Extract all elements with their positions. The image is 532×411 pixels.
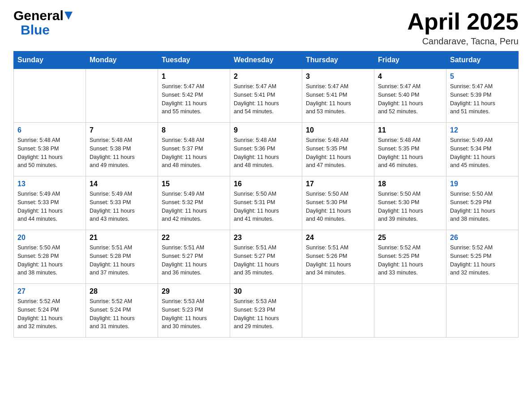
calendar-cell: 4Sunrise: 5:47 AM Sunset: 5:40 PM Daylig… <box>374 69 446 123</box>
calendar-cell: 18Sunrise: 5:50 AM Sunset: 5:30 PM Dayli… <box>374 176 446 230</box>
day-number: 23 <box>234 234 298 242</box>
day-info: Sunrise: 5:48 AM Sunset: 5:35 PM Dayligh… <box>378 136 442 170</box>
header-day-saturday: Saturday <box>446 51 519 69</box>
day-number: 28 <box>90 287 154 295</box>
calendar-table: SundayMondayTuesdayWednesdayThursdayFrid… <box>13 51 519 338</box>
calendar-cell: 24Sunrise: 5:51 AM Sunset: 5:26 PM Dayli… <box>302 230 374 284</box>
calendar-cell: 14Sunrise: 5:49 AM Sunset: 5:33 PM Dayli… <box>86 176 158 230</box>
day-info: Sunrise: 5:53 AM Sunset: 5:23 PM Dayligh… <box>234 297 298 331</box>
week-row-1: 1Sunrise: 5:47 AM Sunset: 5:42 PM Daylig… <box>14 69 519 123</box>
page-header: General Blue April 2025 Candarave, Tacna… <box>13 9 519 47</box>
calendar-cell <box>302 284 374 338</box>
calendar-cell: 19Sunrise: 5:50 AM Sunset: 5:29 PM Dayli… <box>446 176 519 230</box>
calendar-cell: 20Sunrise: 5:50 AM Sunset: 5:28 PM Dayli… <box>14 230 86 284</box>
day-info: Sunrise: 5:49 AM Sunset: 5:32 PM Dayligh… <box>162 190 226 223</box>
day-info: Sunrise: 5:48 AM Sunset: 5:38 PM Dayligh… <box>17 136 82 170</box>
day-info: Sunrise: 5:50 AM Sunset: 5:28 PM Dayligh… <box>17 244 82 277</box>
header-day-thursday: Thursday <box>302 51 374 69</box>
day-info: Sunrise: 5:50 AM Sunset: 5:29 PM Dayligh… <box>450 190 515 223</box>
calendar-cell: 8Sunrise: 5:48 AM Sunset: 5:37 PM Daylig… <box>158 123 230 176</box>
day-number: 13 <box>17 180 82 188</box>
calendar-cell: 26Sunrise: 5:52 AM Sunset: 5:25 PM Dayli… <box>446 230 519 284</box>
calendar-subtitle: Candarave, Tacna, Peru <box>407 36 519 47</box>
header-day-wednesday: Wednesday <box>230 51 302 69</box>
calendar-cell <box>446 284 519 338</box>
calendar-cell <box>374 284 446 338</box>
day-info: Sunrise: 5:47 AM Sunset: 5:42 PM Dayligh… <box>162 82 226 116</box>
calendar-cell: 2Sunrise: 5:47 AM Sunset: 5:41 PM Daylig… <box>230 69 302 123</box>
calendar-cell: 23Sunrise: 5:51 AM Sunset: 5:27 PM Dayli… <box>230 230 302 284</box>
calendar-cell <box>86 69 158 123</box>
calendar-cell: 9Sunrise: 5:48 AM Sunset: 5:36 PM Daylig… <box>230 123 302 176</box>
calendar-cell: 11Sunrise: 5:48 AM Sunset: 5:35 PM Dayli… <box>374 123 446 176</box>
calendar-cell: 30Sunrise: 5:53 AM Sunset: 5:23 PM Dayli… <box>230 284 302 338</box>
calendar-cell: 7Sunrise: 5:48 AM Sunset: 5:38 PM Daylig… <box>86 123 158 176</box>
day-info: Sunrise: 5:51 AM Sunset: 5:27 PM Dayligh… <box>162 244 226 277</box>
header-row: SundayMondayTuesdayWednesdayThursdayFrid… <box>14 51 519 69</box>
day-info: Sunrise: 5:47 AM Sunset: 5:41 PM Dayligh… <box>306 82 370 116</box>
calendar-cell: 27Sunrise: 5:52 AM Sunset: 5:24 PM Dayli… <box>14 284 86 338</box>
day-info: Sunrise: 5:49 AM Sunset: 5:33 PM Dayligh… <box>17 190 82 223</box>
calendar-cell: 6Sunrise: 5:48 AM Sunset: 5:38 PM Daylig… <box>14 123 86 176</box>
day-info: Sunrise: 5:51 AM Sunset: 5:28 PM Dayligh… <box>90 244 154 277</box>
day-number: 5 <box>450 73 515 81</box>
calendar-cell: 22Sunrise: 5:51 AM Sunset: 5:27 PM Dayli… <box>158 230 230 284</box>
day-info: Sunrise: 5:50 AM Sunset: 5:31 PM Dayligh… <box>234 190 298 223</box>
calendar-cell: 10Sunrise: 5:48 AM Sunset: 5:35 PM Dayli… <box>302 123 374 176</box>
day-number: 25 <box>378 234 442 242</box>
logo-arrow-icon <box>64 12 73 20</box>
day-number: 19 <box>450 180 515 188</box>
header-day-tuesday: Tuesday <box>158 51 230 69</box>
calendar-cell: 28Sunrise: 5:52 AM Sunset: 5:24 PM Dayli… <box>86 284 158 338</box>
calendar-cell: 13Sunrise: 5:49 AM Sunset: 5:33 PM Dayli… <box>14 176 86 230</box>
day-info: Sunrise: 5:50 AM Sunset: 5:30 PM Dayligh… <box>306 190 370 223</box>
calendar-cell: 15Sunrise: 5:49 AM Sunset: 5:32 PM Dayli… <box>158 176 230 230</box>
day-number: 1 <box>162 73 226 81</box>
day-info: Sunrise: 5:52 AM Sunset: 5:25 PM Dayligh… <box>378 244 442 277</box>
day-number: 26 <box>450 234 515 242</box>
day-number: 14 <box>90 180 154 188</box>
day-number: 4 <box>378 73 442 81</box>
day-number: 16 <box>234 180 298 188</box>
calendar-cell: 1Sunrise: 5:47 AM Sunset: 5:42 PM Daylig… <box>158 69 230 123</box>
header-day-friday: Friday <box>374 51 446 69</box>
day-info: Sunrise: 5:52 AM Sunset: 5:24 PM Dayligh… <box>90 297 154 331</box>
day-number: 24 <box>306 234 370 242</box>
day-number: 20 <box>17 234 82 242</box>
logo: General Blue <box>13 9 73 38</box>
calendar-cell: 29Sunrise: 5:53 AM Sunset: 5:23 PM Dayli… <box>158 284 230 338</box>
day-info: Sunrise: 5:51 AM Sunset: 5:26 PM Dayligh… <box>306 244 370 277</box>
day-number: 27 <box>17 287 82 295</box>
header-day-monday: Monday <box>86 51 158 69</box>
day-number: 12 <box>450 126 515 134</box>
day-number: 11 <box>378 126 442 134</box>
day-number: 17 <box>306 180 370 188</box>
day-info: Sunrise: 5:49 AM Sunset: 5:34 PM Dayligh… <box>450 136 515 170</box>
week-row-4: 20Sunrise: 5:50 AM Sunset: 5:28 PM Dayli… <box>14 230 519 284</box>
calendar-cell: 5Sunrise: 5:47 AM Sunset: 5:39 PM Daylig… <box>446 69 519 123</box>
calendar-cell: 21Sunrise: 5:51 AM Sunset: 5:28 PM Dayli… <box>86 230 158 284</box>
day-number: 3 <box>306 73 370 81</box>
day-number: 21 <box>90 234 154 242</box>
day-info: Sunrise: 5:47 AM Sunset: 5:39 PM Dayligh… <box>450 82 515 116</box>
day-info: Sunrise: 5:47 AM Sunset: 5:41 PM Dayligh… <box>234 82 298 116</box>
day-number: 15 <box>162 180 226 188</box>
day-number: 7 <box>90 126 154 134</box>
week-row-3: 13Sunrise: 5:49 AM Sunset: 5:33 PM Dayli… <box>14 176 519 230</box>
day-number: 18 <box>378 180 442 188</box>
calendar-cell: 25Sunrise: 5:52 AM Sunset: 5:25 PM Dayli… <box>374 230 446 284</box>
day-number: 9 <box>234 126 298 134</box>
svg-marker-0 <box>64 12 73 20</box>
header-day-sunday: Sunday <box>14 51 86 69</box>
week-row-5: 27Sunrise: 5:52 AM Sunset: 5:24 PM Dayli… <box>14 284 519 338</box>
day-info: Sunrise: 5:48 AM Sunset: 5:35 PM Dayligh… <box>306 136 370 170</box>
calendar-cell: 16Sunrise: 5:50 AM Sunset: 5:31 PM Dayli… <box>230 176 302 230</box>
title-block: April 2025 Candarave, Tacna, Peru <box>407 9 519 47</box>
week-row-2: 6Sunrise: 5:48 AM Sunset: 5:38 PM Daylig… <box>14 123 519 176</box>
calendar-cell: 17Sunrise: 5:50 AM Sunset: 5:30 PM Dayli… <box>302 176 374 230</box>
calendar-title: April 2025 <box>407 9 519 34</box>
day-info: Sunrise: 5:52 AM Sunset: 5:24 PM Dayligh… <box>17 297 82 331</box>
day-number: 6 <box>17 126 82 134</box>
day-number: 2 <box>234 73 298 81</box>
day-info: Sunrise: 5:48 AM Sunset: 5:36 PM Dayligh… <box>234 136 298 170</box>
